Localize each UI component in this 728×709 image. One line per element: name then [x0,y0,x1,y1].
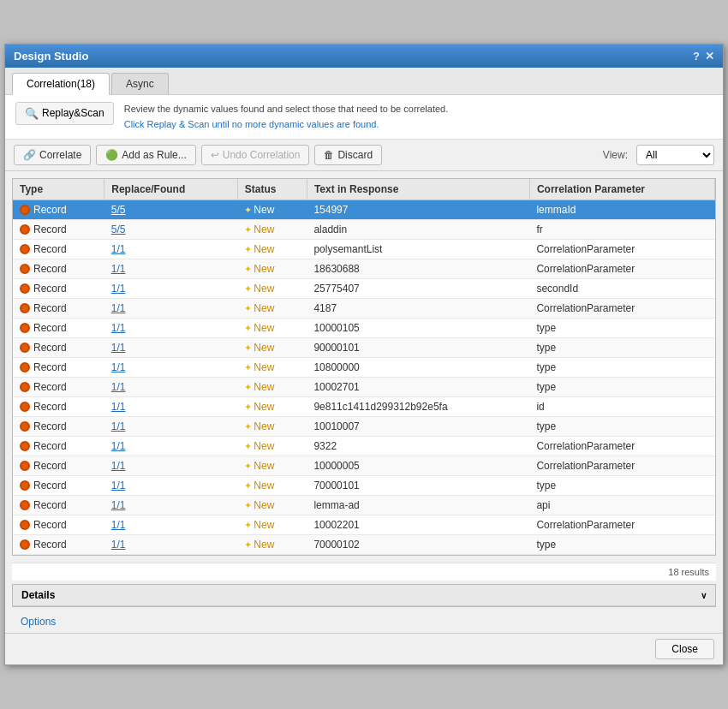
cell-type: Record [13,378,104,397]
cell-param: CorrelationParameter [529,240,714,259]
design-studio-window: Design Studio ? ✕ Correlation(18) Async … [4,44,724,665]
table-row[interactable]: Record1/1✦ New10002201CorrelationParamet… [13,515,715,535]
cell-text: 90000101 [307,338,529,358]
discard-button[interactable]: 🗑 Discard [314,145,382,165]
record-icon [20,461,30,471]
tab-async[interactable]: Async [111,73,169,94]
table-row[interactable]: Record1/1✦ New10010007type [13,417,715,437]
cell-text: 154997 [307,200,529,220]
table-row[interactable]: Record1/1✦ New10002701type [13,378,715,397]
cell-replace[interactable]: 1/1 [104,397,238,417]
record-icon [20,500,30,510]
table-row[interactable]: Record1/1✦ Newlemma-adapi [13,496,715,515]
record-icon [20,539,30,550]
cell-replace[interactable]: 1/1 [104,240,238,259]
cell-type: Record [13,319,104,338]
table-row[interactable]: Record1/1✦ NewpolysemantListCorrelationP… [13,240,715,259]
view-label: View: [603,149,628,161]
cell-replace[interactable]: 1/1 [104,417,238,437]
table-row[interactable]: Record1/1✦ New25775407secondId [13,279,715,299]
cell-param: CorrelationParameter [529,515,714,535]
details-label: Details [21,589,55,601]
cell-type: Record [13,279,104,299]
cell-text: polysemantList [307,240,529,259]
star-icon: ✦ [244,323,252,334]
cell-replace[interactable]: 1/1 [104,515,238,535]
cell-replace[interactable]: 1/1 [104,456,238,476]
cell-status: ✦ New [237,200,307,220]
table-row[interactable]: Record5/5✦ New154997lemmaId [13,200,715,220]
cell-status: ✦ New [237,476,307,496]
cell-replace[interactable]: 1/1 [104,279,238,299]
cell-status: ✦ New [237,496,307,515]
cell-param: fr [529,220,714,240]
table-row[interactable]: Record1/1✦ New90000101type [13,338,715,358]
cell-text: 70000101 [307,476,529,496]
scan-description: Review the dynamic values found and sele… [124,102,449,132]
help-button[interactable]: ? [693,50,700,63]
table-row[interactable]: Record5/5✦ Newaladdinfr [13,220,715,240]
col-replace: Replace/Found [104,179,238,200]
table-row[interactable]: Record1/1✦ New9322CorrelationParameter [13,437,715,456]
cell-status: ✦ New [237,535,307,555]
undo-correlation-button[interactable]: ↩ Undo Correlation [201,145,310,165]
record-icon [20,421,30,432]
cell-param: CorrelationParameter [529,299,714,319]
cell-replace[interactable]: 1/1 [104,358,238,378]
col-type: Type [13,179,104,200]
add-as-rule-button[interactable]: 🟢 Add as Rule... [96,145,195,165]
cell-replace[interactable]: 1/1 [104,259,238,279]
cell-replace[interactable]: 1/1 [104,535,238,555]
cell-replace[interactable]: 5/5 [104,220,238,240]
table-row[interactable]: Record1/1✦ New10000105type [13,319,715,338]
toolbar: 🔗 Correlate 🟢 Add as Rule... ↩ Undo Corr… [5,140,723,171]
cell-type: Record [13,200,104,220]
cell-replace[interactable]: 1/1 [104,437,238,456]
correlation-table: Type Replace/Found Status Text in Respon… [12,178,716,556]
cell-status: ✦ New [237,456,307,476]
cell-type: Record [13,456,104,476]
cell-replace[interactable]: 1/1 [104,299,238,319]
cell-status: ✦ New [237,299,307,319]
cell-replace[interactable]: 5/5 [104,200,238,220]
tab-bar: Correlation(18) Async [5,68,723,95]
cell-param: type [529,358,714,378]
table-row[interactable]: Record1/1✦ New10800000type [13,358,715,378]
table-row[interactable]: Record1/1✦ New18630688CorrelationParamet… [13,259,715,279]
cell-replace[interactable]: 1/1 [104,338,238,358]
discard-icon: 🗑 [324,149,334,161]
chevron-down-icon: ∨ [701,591,707,600]
star-icon: ✦ [244,244,252,255]
close-window-button[interactable]: ✕ [705,50,714,63]
correlate-button[interactable]: 🔗 Correlate [14,145,91,165]
scan-hint[interactable]: Click Replay & Scan until no more dynami… [124,117,449,133]
table-row[interactable]: Record1/1✦ New4187CorrelationParameter [13,299,715,319]
record-icon [20,382,30,392]
table-row[interactable]: Record1/1✦ New9e811c1411d299312b92e5faid [13,397,715,417]
record-icon [20,343,30,353]
table-row[interactable]: Record1/1✦ New70000102type [13,535,715,555]
tab-correlation[interactable]: Correlation(18) [12,73,110,95]
cell-replace[interactable]: 1/1 [104,378,238,397]
cell-param: CorrelationParameter [529,259,714,279]
record-icon [20,323,30,333]
view-dropdown[interactable]: All New Correlated Ignored [636,145,714,165]
cell-replace[interactable]: 1/1 [104,319,238,338]
replay-scan-button[interactable]: 🔍 Replay&Scan [15,102,114,125]
cell-type: Record [13,299,104,319]
cell-param: CorrelationParameter [529,456,714,476]
cell-status: ✦ New [237,259,307,279]
cell-replace[interactable]: 1/1 [104,476,238,496]
close-button[interactable]: Close [655,639,714,659]
cell-replace[interactable]: 1/1 [104,496,238,515]
cell-status: ✦ New [237,220,307,240]
cell-type: Record [13,259,104,279]
record-icon [20,441,30,451]
magnify-icon: 🔍 [25,107,39,120]
cell-type: Record [13,338,104,358]
details-header[interactable]: Details ∨ [13,585,715,606]
options-link[interactable]: Options [12,612,64,631]
star-icon: ✦ [244,402,252,413]
table-row[interactable]: Record1/1✦ New70000101type [13,476,715,496]
table-row[interactable]: Record1/1✦ New10000005CorrelationParamet… [13,456,715,476]
